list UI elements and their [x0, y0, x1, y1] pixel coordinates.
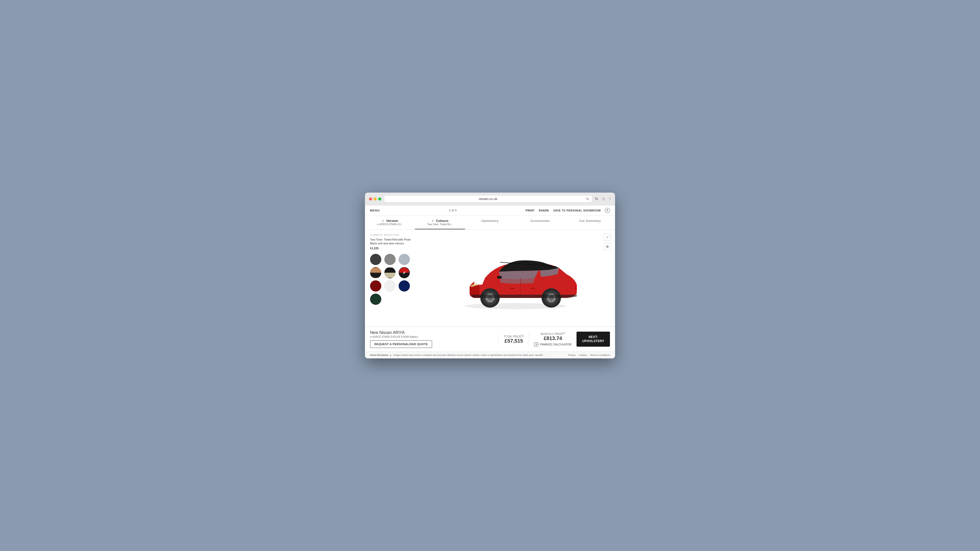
svg-rect-19 — [511, 288, 514, 289]
step-car-summary[interactable]: Car Summary — [565, 216, 615, 229]
step-version-sub: e-4ORCE 87kWh EV... — [369, 223, 411, 226]
save-to-showroom-button[interactable]: SAVE TO PERSONAL SHOWROOM — [553, 209, 601, 212]
current-selection-price: £1,225 — [370, 247, 411, 250]
help-icon[interactable]: ? — [605, 208, 610, 213]
traffic-lights — [369, 197, 381, 200]
color-silver-grey[interactable] — [399, 254, 410, 265]
step-accessories-label: Accessories — [530, 219, 550, 223]
step-version-label: Version — [386, 219, 398, 223]
step-accessories[interactable]: Accessories — [515, 216, 565, 229]
disclaimer-bar: Show Disclaimer ▲ Images shown may not b… — [365, 351, 615, 359]
color-dark-grey[interactable] — [370, 254, 381, 265]
color-bronze-black[interactable] — [370, 267, 381, 278]
step-version[interactable]: ✓ Version e-4ORCE 87kWh EV... — [365, 216, 415, 229]
check-icon-colours: ✓ — [431, 219, 434, 223]
step-colours-sub: Two-Tone: Tinted Re... — [419, 223, 461, 226]
show-disclaimer-button[interactable]: Show Disclaimer ▲ — [370, 354, 392, 356]
menu-button[interactable]: MENU — [370, 209, 380, 212]
disclaimer-links: Privacy Cookies Terms & Conditions — [568, 354, 610, 356]
configurator-main: CURRENT SELECTION Two-Tone: Tinted Red w… — [365, 230, 615, 327]
browser-actions: ↻ ☆ ↑ — [595, 197, 611, 201]
minimize-button[interactable] — [374, 197, 377, 200]
current-selection-label: CURRENT SELECTION — [370, 233, 411, 236]
next-upholstery-button[interactable]: NEXT: UPHOLSTERY — [576, 332, 610, 347]
step-colours[interactable]: ✓ Colours Two-Tone: Tinted Re... — [415, 216, 465, 229]
finance-calc-label: FINANCE CALCULATOR — [540, 343, 571, 346]
view-controls: ⤢ ⊕ — [604, 233, 611, 250]
browser-chrome: nissan.co.uk ↻ ↻ ☆ ↑ — [365, 192, 615, 205]
app-content: MENU 2 of 4 PRINT SHARE SAVE TO PERSONAL… — [365, 205, 615, 359]
color-dark-green[interactable] — [370, 294, 381, 305]
close-button[interactable] — [369, 197, 372, 200]
next-btn-line1: NEXT: — [589, 335, 598, 339]
terms-link[interactable]: Terms & Conditions — [590, 354, 610, 356]
color-grey[interactable] — [384, 254, 396, 265]
car-name: New Nissan ARIYA — [370, 330, 493, 335]
share-button[interactable]: SHARE — [539, 209, 549, 212]
url-text: nissan.co.uk — [479, 197, 497, 201]
disclaimer-left: Show Disclaimer ▲ Images shown may not b… — [370, 354, 568, 356]
step-car-summary-label: Car Summary — [579, 219, 601, 223]
color-navy[interactable] — [399, 280, 410, 292]
check-icon: ✓ — [382, 219, 384, 223]
car-spec: e-4ORCE 87kWh EVOLVE 87kWh Battery — [370, 335, 493, 338]
print-button[interactable]: PRINT — [525, 209, 535, 212]
browser-window: nissan.co.uk ↻ ↻ ☆ ↑ MENU 2 of 4 PRINT S… — [365, 192, 615, 359]
svg-rect-20 — [531, 288, 535, 289]
monthly-price-value: £813.74 — [534, 335, 571, 341]
privacy-link[interactable]: Privacy — [568, 354, 576, 356]
finance-icon: $ — [534, 342, 538, 346]
color-dark-red[interactable] — [370, 280, 381, 292]
current-selection-text: Two-Tone: Tinted Red with Pearl Black ro… — [370, 238, 411, 246]
show-disclaimer-label: Show Disclaimer — [370, 354, 388, 356]
monthly-price-section: MONTHLY PRICE[2] £813.74 $ FINANCE CALCU… — [529, 332, 571, 346]
disclaimer-text: Images shown may not be a complete and a… — [393, 354, 546, 356]
step-colours-label: Colours — [436, 219, 449, 223]
monthly-price-label: MONTHLY PRICE[2] — [534, 332, 571, 335]
url-bar[interactable]: nissan.co.uk ↻ — [384, 196, 592, 202]
car-svg — [449, 242, 582, 314]
color-red-black[interactable]: ✓ — [399, 267, 410, 278]
car-image-area: ⤢ ⊕ — [416, 230, 615, 327]
bookmark-icon[interactable]: ☆ — [602, 197, 605, 201]
total-price-label: TOTAL PRICE[1] — [504, 334, 524, 338]
svg-rect-2 — [497, 276, 502, 279]
pricing-bar: New Nissan ARIYA e-4ORCE 87kWh EVOLVE 87… — [365, 327, 615, 351]
finance-calculator-button[interactable]: $ FINANCE CALCULATOR — [534, 342, 571, 346]
rotate-icon: ⊕ — [606, 245, 609, 248]
step-indicator: 2 of 4 — [449, 209, 457, 212]
config-steps: ✓ Version e-4ORCE 87kWh EV... ✓ Colours … — [365, 216, 615, 230]
expand-view-button[interactable]: ⤢ — [604, 233, 611, 241]
personalised-quote-button[interactable]: REQUEST A PERSONALISED QUOTE — [370, 340, 432, 348]
left-panel: CURRENT SELECTION Two-Tone: Tinted Red w… — [365, 230, 416, 327]
car-image — [449, 242, 582, 314]
total-price-value: £57,515 — [504, 338, 524, 344]
refresh-icon[interactable]: ↻ — [595, 197, 598, 201]
color-grid: ✓ — [370, 254, 411, 305]
next-btn-line2: UPHOLSTERY — [582, 339, 605, 343]
total-price-section: TOTAL PRICE[1] £57,515 — [498, 334, 524, 344]
share-icon[interactable]: ↑ — [609, 197, 611, 201]
cookies-link[interactable]: Cookies — [579, 354, 587, 356]
maximize-button[interactable] — [378, 197, 381, 200]
color-white[interactable] — [384, 280, 396, 292]
top-nav: MENU 2 of 4 PRINT SHARE SAVE TO PERSONAL… — [365, 205, 615, 216]
expand-icon: ⤢ — [606, 235, 609, 239]
step-upholstery[interactable]: Upholstery — [465, 216, 515, 229]
rotate-view-button[interactable]: ⊕ — [604, 243, 611, 250]
reload-icon[interactable]: ↻ — [586, 197, 589, 201]
nav-actions: PRINT SHARE SAVE TO PERSONAL SHOWROOM ? — [525, 208, 610, 213]
color-black-beige[interactable] — [384, 267, 396, 278]
step-upholstery-label: Upholstery — [481, 219, 499, 223]
disclaimer-toggle-icon: ▲ — [390, 354, 392, 356]
car-info: New Nissan ARIYA e-4ORCE 87kWh EVOLVE 87… — [370, 330, 493, 348]
